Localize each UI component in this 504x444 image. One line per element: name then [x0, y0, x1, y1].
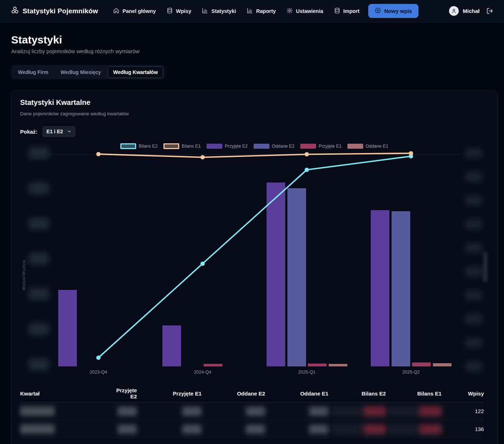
top-navbar: Statystyki Pojemników Panel głównyWpisyS… [0, 0, 504, 22]
cell-quarter-blurred [20, 402, 110, 420]
blurred-value [246, 407, 265, 416]
table-row[interactable]: 122 [20, 402, 484, 420]
cell-number-blurred [265, 402, 328, 420]
legend-item[interactable]: Przyjęte E1 [300, 144, 342, 149]
legend-item[interactable]: Bilans E2 [120, 143, 158, 149]
chart-bar-przyj-te-e1 [308, 364, 327, 366]
cell-number-blurred [110, 402, 137, 420]
blurred-y-tick-left [28, 358, 49, 370]
blurred-negative-value [419, 407, 441, 416]
legend-label: Oddane E1 [366, 144, 388, 149]
table-header-row: KwartałPrzyjęte E2Przyjęte E1Oddane E2Od… [20, 385, 484, 402]
legend-item[interactable]: Przyjęte E2 [207, 144, 248, 149]
cell-bilans-blurred [386, 420, 441, 438]
tab-według-kwartałów[interactable]: Według Kwartałów [108, 66, 163, 78]
database-icon [167, 8, 173, 15]
filter-row: Pokaż: E1 i E2 [20, 126, 75, 137]
bar-swatch [254, 144, 269, 149]
chart-legend: Bilans E2Bilans E1Przyjęte E2Oddane E2Pr… [11, 143, 497, 149]
brand: Statystyki Pojemników [11, 6, 98, 16]
avatar[interactable] [449, 6, 459, 16]
series-filter-select[interactable]: E1 i E2 [42, 126, 75, 137]
column-header-wpisy: Wpisy [441, 385, 484, 402]
cell-bilans-blurred [328, 402, 386, 420]
cell-wpisy: 136 [441, 420, 484, 438]
app-logo-icon [11, 6, 19, 16]
cell-number-blurred [137, 402, 202, 420]
blurred-y-tick-right [465, 219, 483, 229]
x-axis-label: 2023-Q4 [82, 370, 115, 375]
blurred-y-tick-right [465, 243, 483, 253]
blurred-y-tick-left [28, 253, 49, 265]
column-header-oddane-e2: Oddane E2 [202, 385, 265, 402]
home-icon [113, 8, 119, 15]
cell-number-blurred [110, 420, 137, 438]
tab-według-firm[interactable]: Według Firm [13, 66, 54, 78]
blurred-y-tick-left [28, 288, 49, 300]
plus-circle-icon [375, 7, 381, 15]
legend-item[interactable]: Bilans E1 [163, 143, 201, 149]
column-header-kwarta-: Kwartał [20, 385, 110, 402]
blurred-value [117, 407, 137, 416]
chart-bar-przyj-te-e2 [371, 210, 389, 366]
blurred-y-tick-right [465, 290, 483, 300]
chart-bar-przyj-te-e2 [267, 182, 285, 366]
blurred-value [182, 425, 202, 434]
legend-item[interactable]: Oddane E1 [347, 144, 388, 149]
blurred-value [182, 407, 202, 416]
blurred-y-tick-right [465, 338, 483, 348]
user-name: Michał [463, 8, 480, 14]
blurred-negative-value [364, 425, 386, 434]
column-header-przyj-te-e2: Przyjęte E2 [110, 385, 137, 402]
table-row[interactable]: 136 [20, 420, 484, 438]
card-subtitle: Dane pojemników zagregowane według kwart… [20, 111, 129, 116]
page-subtitle: Analizuj liczby pojemników według różnyc… [11, 48, 139, 54]
x-axis-label: 2024-Q4 [186, 370, 219, 375]
column-header-oddane-e1: Oddane E1 [265, 385, 328, 402]
blurred-value [246, 425, 265, 434]
legend-item[interactable]: Oddane E2 [254, 144, 295, 149]
chart-bar-przyj-te-e2 [58, 290, 77, 366]
blurred-value [20, 424, 55, 434]
database-icon [334, 8, 340, 15]
nav-item-wpisy[interactable]: Wpisy [167, 8, 191, 15]
legend-label: Przyjęte E2 [225, 144, 248, 149]
line-swatch [120, 143, 136, 149]
new-entry-label: Nowy wpis [384, 8, 412, 14]
quarterly-table: KwartałPrzyjęte E2Przyjęte E1Oddane E2Od… [20, 385, 484, 438]
blurred-y-axis-right-label [484, 252, 487, 282]
chart-bar-oddane-e2 [287, 188, 306, 366]
blurred-negative-value [419, 425, 441, 434]
blurred-value [309, 425, 328, 434]
bar-swatch [347, 144, 363, 149]
column-header-przyj-te-e1: Przyjęte E1 [137, 385, 202, 402]
nav-item-panel-g-wny[interactable]: Panel główny [113, 8, 156, 15]
nav-item-import[interactable]: Import [334, 8, 360, 15]
nav-item-statystyki[interactable]: Statystyki [202, 8, 236, 15]
column-header-bilans-e2: Bilans E2 [328, 385, 386, 402]
nav-item-ustawienia[interactable]: Ustawienia [287, 8, 323, 15]
blurred-y-tick-right [465, 172, 483, 182]
chart-lines [11, 91, 498, 385]
cell-number-blurred [202, 402, 265, 420]
legend-label: Bilans E1 [182, 144, 201, 149]
blurred-y-tick-right [465, 267, 483, 277]
blurred-y-tick-right [465, 148, 483, 158]
cell-quarter-blurred [20, 420, 110, 438]
blurred-y-tick-right [465, 314, 483, 324]
column-header-bilans-e1: Bilans E1 [386, 385, 441, 402]
new-entry-button[interactable]: Nowy wpis [368, 4, 419, 18]
logout-icon[interactable] [486, 8, 493, 14]
show-label: Pokaż: [20, 129, 37, 135]
blurred-y-tick-left [28, 323, 49, 335]
quarterly-chart: Wpływ/Wypływ2023-Q42024-Q42025-Q12025-Q2 [11, 91, 498, 385]
card-title: Statystyki Kwartalne [20, 98, 91, 107]
x-axis-label: 2025-Q2 [395, 370, 427, 375]
blurred-value [309, 407, 328, 416]
nav-item-raporty[interactable]: Raporty [247, 8, 276, 15]
chart-bar-przyj-te-e2 [162, 325, 181, 366]
tab-według-miesięcy[interactable]: Według Miesięcy [55, 66, 107, 78]
view-tabs: Według FirmWedług MiesięcyWedług Kwartał… [11, 65, 165, 79]
filter-value: E1 i E2 [46, 129, 63, 134]
blurred-value [117, 425, 137, 434]
